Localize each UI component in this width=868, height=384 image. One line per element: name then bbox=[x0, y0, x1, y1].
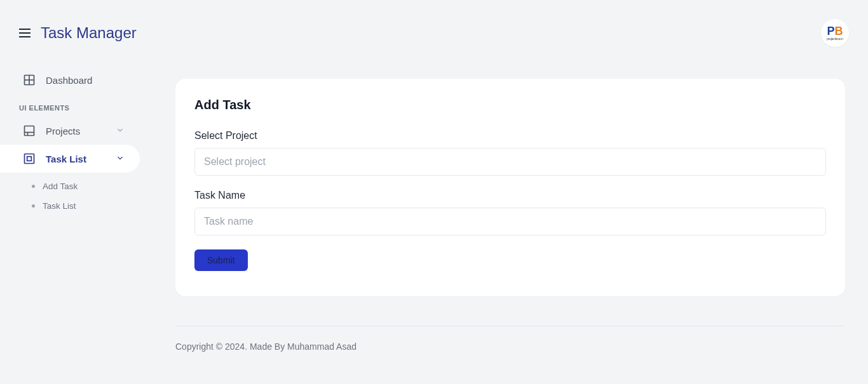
form-group-project: Select Project bbox=[194, 130, 826, 176]
svg-rect-3 bbox=[25, 126, 34, 136]
sub-item-add-task[interactable]: Add Task bbox=[0, 176, 140, 196]
task-list-icon bbox=[23, 152, 36, 165]
logo[interactable]: PB projectbca.in bbox=[821, 19, 849, 47]
card-add-task: Add Task Select Project Task Name Submit bbox=[175, 79, 845, 296]
logo-p: P bbox=[827, 25, 834, 37]
sub-item-task-list[interactable]: Task List bbox=[0, 196, 140, 216]
sidebar-item-task-list[interactable]: Task List bbox=[0, 145, 140, 173]
sidebar: Dashboard UI ELEMENTS Projects bbox=[0, 60, 140, 364]
form-group-task: Task Name bbox=[194, 190, 826, 235]
layout: Dashboard UI ELEMENTS Projects bbox=[0, 60, 868, 364]
chevron-down-icon bbox=[116, 154, 125, 164]
task-name-input[interactable] bbox=[194, 208, 826, 235]
hamburger-icon[interactable] bbox=[19, 29, 31, 37]
grid-icon bbox=[23, 74, 36, 86]
sidebar-item-projects[interactable]: Projects bbox=[0, 117, 140, 145]
main-content: Add Task Select Project Task Name Submit… bbox=[140, 60, 868, 364]
card-title: Add Task bbox=[194, 98, 826, 112]
sub-item-label: Add Task bbox=[43, 182, 78, 191]
sidebar-item-dashboard[interactable]: Dashboard bbox=[0, 66, 140, 94]
svg-rect-6 bbox=[25, 154, 34, 164]
submit-button[interactable]: Submit bbox=[194, 249, 248, 271]
sidebar-section-ui: UI ELEMENTS bbox=[0, 94, 140, 117]
logo-text: PB bbox=[827, 25, 843, 37]
sidebar-item-label: Projects bbox=[46, 126, 80, 136]
header-left: Task Manager bbox=[19, 24, 137, 42]
footer-text: Copyright © 2024. Made By Muhammad Asad bbox=[175, 341, 845, 352]
svg-rect-7 bbox=[27, 157, 32, 161]
logo-subtext: projectbca.in bbox=[827, 37, 843, 41]
sub-item-label: Task List bbox=[43, 201, 76, 211]
bullet-icon bbox=[32, 185, 35, 188]
label-select-project: Select Project bbox=[194, 130, 826, 142]
chevron-down-icon bbox=[116, 126, 125, 136]
footer-divider bbox=[175, 326, 845, 326]
app-title: Task Manager bbox=[41, 24, 137, 42]
bullet-icon bbox=[32, 204, 35, 208]
sub-items: Add Task Task List bbox=[0, 173, 140, 222]
label-task-name: Task Name bbox=[194, 190, 826, 201]
header: Task Manager PB projectbca.in bbox=[0, 0, 868, 60]
projects-icon bbox=[23, 124, 36, 137]
logo-b: B bbox=[835, 25, 843, 37]
sidebar-item-label: Dashboard bbox=[46, 75, 92, 86]
sidebar-item-label: Task List bbox=[46, 154, 86, 164]
select-project-input[interactable] bbox=[194, 148, 826, 176]
